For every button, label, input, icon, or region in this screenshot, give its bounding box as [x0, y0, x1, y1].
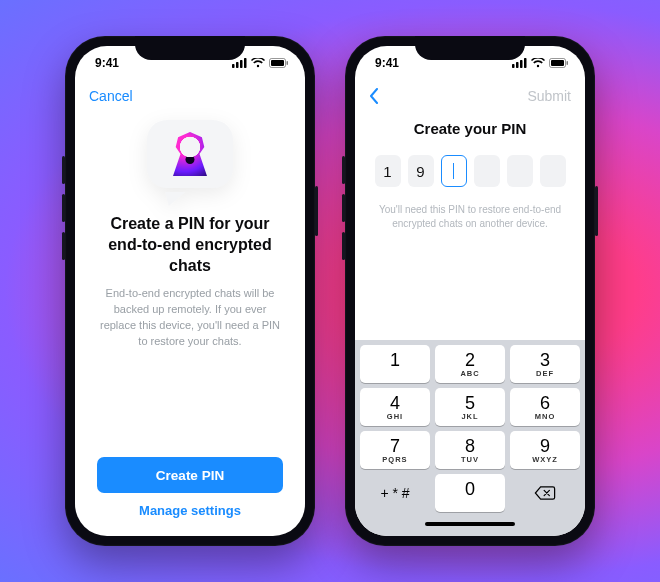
- status-time: 9:41: [95, 56, 119, 70]
- numeric-keypad: 1 2ABC3DEF4GHI5JKL6MNO7PQRS8TUV9WXYZ+ * …: [355, 340, 585, 518]
- cancel-button[interactable]: Cancel: [89, 88, 133, 104]
- keypad-key-7[interactable]: 7PQRS: [360, 431, 430, 469]
- manage-settings-link[interactable]: Manage settings: [139, 503, 241, 518]
- status-icons: [512, 58, 569, 68]
- keypad-key-1[interactable]: 1: [360, 345, 430, 383]
- keyhole-illustration: [147, 120, 233, 198]
- page-description: End-to-end encrypted chats will be backe…: [97, 286, 283, 350]
- keypad-key-9[interactable]: 9WXYZ: [510, 431, 580, 469]
- status-time: 9:41: [375, 56, 399, 70]
- home-indicator[interactable]: [355, 518, 585, 536]
- keypad-key-3[interactable]: 3DEF: [510, 345, 580, 383]
- pin-digit-4[interactable]: [474, 155, 500, 187]
- submit-button-disabled: Submit: [527, 88, 571, 104]
- svg-rect-0: [232, 64, 235, 68]
- keypad-key-0[interactable]: 0: [435, 474, 505, 512]
- backspace-icon: [534, 486, 556, 500]
- status-icons: [232, 58, 289, 68]
- svg-rect-8: [516, 62, 519, 68]
- pin-hint: You'll need this PIN to restore end-to-e…: [371, 203, 569, 231]
- device-notch: [415, 36, 525, 60]
- pin-digit-1[interactable]: 1: [375, 155, 401, 187]
- keypad-delete[interactable]: [510, 474, 580, 512]
- svg-rect-1: [236, 62, 239, 68]
- keypad-symbols[interactable]: + * #: [360, 474, 430, 512]
- svg-rect-5: [271, 60, 284, 66]
- nav-bar: Cancel: [75, 80, 305, 112]
- keypad-key-5[interactable]: 5JKL: [435, 388, 505, 426]
- wifi-icon: [531, 58, 545, 68]
- phone-create-pin-intro: 9:41 Cancel Create a PIN for your end-to…: [65, 36, 315, 546]
- svg-rect-13: [567, 61, 569, 65]
- create-pin-button[interactable]: Create PIN: [97, 457, 283, 493]
- pin-input-row[interactable]: 19: [375, 155, 566, 187]
- pin-digit-3[interactable]: [441, 155, 467, 187]
- svg-rect-10: [524, 58, 527, 68]
- keypad-key-6[interactable]: 6MNO: [510, 388, 580, 426]
- device-notch: [135, 36, 245, 60]
- cellular-icon: [512, 58, 527, 68]
- wifi-icon: [251, 58, 265, 68]
- nav-bar: Submit: [355, 80, 585, 112]
- screen: 9:41 Submit Create your PIN 19 You'll ne…: [355, 46, 585, 536]
- cellular-icon: [232, 58, 247, 68]
- svg-rect-9: [520, 60, 523, 68]
- svg-rect-7: [512, 64, 515, 68]
- svg-rect-6: [287, 61, 289, 65]
- page-title: Create your PIN: [414, 120, 527, 137]
- pin-digit-2[interactable]: 9: [408, 155, 434, 187]
- svg-rect-3: [244, 58, 247, 68]
- page-title: Create a PIN for your end-to-end encrypt…: [97, 214, 283, 276]
- pin-digit-5[interactable]: [507, 155, 533, 187]
- battery-icon: [269, 58, 289, 68]
- svg-rect-12: [551, 60, 564, 66]
- svg-rect-2: [240, 60, 243, 68]
- keypad-key-4[interactable]: 4GHI: [360, 388, 430, 426]
- keypad-key-2[interactable]: 2ABC: [435, 345, 505, 383]
- back-button[interactable]: [369, 88, 379, 104]
- battery-icon: [549, 58, 569, 68]
- screen: 9:41 Cancel Create a PIN for your end-to…: [75, 46, 305, 536]
- phone-create-pin-entry: 9:41 Submit Create your PIN 19 You'll ne…: [345, 36, 595, 546]
- keypad-key-8[interactable]: 8TUV: [435, 431, 505, 469]
- pin-digit-6[interactable]: [540, 155, 566, 187]
- chevron-left-icon: [369, 88, 379, 104]
